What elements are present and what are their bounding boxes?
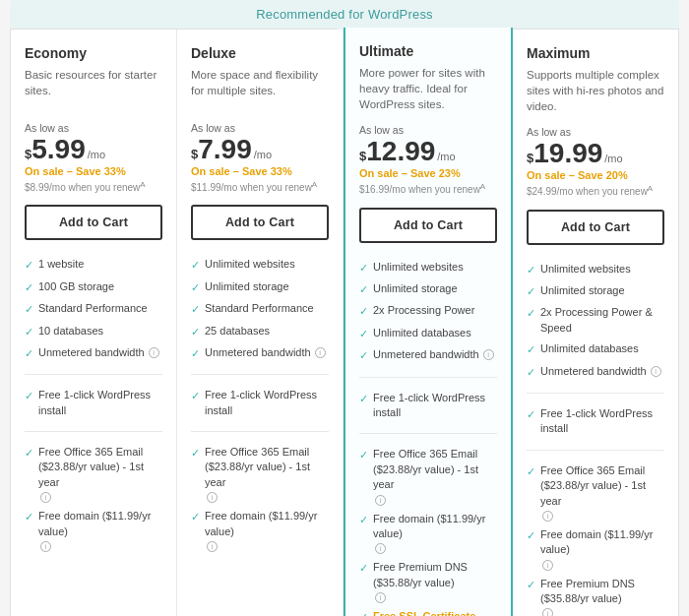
price-amount-maximum: 19.99 — [533, 140, 602, 167]
info-icon[interactable]: i — [315, 347, 326, 358]
check-icon: ✓ — [359, 561, 368, 576]
price-mo-economy: /mo — [88, 149, 105, 160]
info-icon[interactable]: i — [207, 492, 218, 503]
plan-description-deluxe: More space and flexibility for multiple … — [191, 67, 329, 110]
feature-text: Unlimited websites — [205, 257, 295, 272]
feature-text: Unmetered bandwidth — [540, 364, 647, 379]
info-icon[interactable]: i — [40, 492, 51, 503]
price-row-deluxe: $ 7.99 /mo — [191, 136, 329, 163]
bonus-feature-item: ✓ Free Premium DNS ($35.88/yr value) i — [527, 574, 664, 616]
check-icon: ✓ — [359, 513, 368, 527]
feature-text: 1 website — [38, 257, 84, 272]
add-to-cart-button-deluxe[interactable]: Add to Cart — [191, 205, 329, 240]
check-icon: ✓ — [191, 446, 200, 461]
feature-text: Unlimited websites — [540, 262, 631, 277]
price-label-economy: As low as — [25, 122, 162, 134]
info-icon[interactable]: i — [651, 366, 661, 377]
bonus-feature-item: ✓ Free domain ($11.99/yr value) i — [527, 524, 664, 574]
feature-divider — [527, 393, 664, 394]
price-dollar-maximum: $ — [527, 152, 533, 164]
info-icon[interactable]: i — [483, 349, 494, 360]
extra-feature-text: Free 1-click WordPress install — [205, 388, 329, 418]
bonus-feature-text: Free Premium DNS ($35.88/yr value) — [373, 560, 497, 590]
price-label-deluxe: As low as — [191, 122, 329, 134]
sale-badge-economy: On sale – Save 33% — [25, 165, 162, 177]
plan-name-maximum: Maximum — [527, 45, 664, 61]
bonus-feature-item: ✓ Free Office 365 Email ($23.88/yr value… — [25, 442, 162, 506]
plan-column-economy: Economy Basic resources for starter site… — [11, 30, 177, 616]
feature-text: 25 databases — [205, 324, 270, 339]
feature-text: Unmetered bandwidth — [38, 345, 145, 360]
bonus-features-list-ultimate: ✓ Free Office 365 Email ($23.88/yr value… — [359, 444, 497, 616]
feature-text: Unlimited storage — [540, 283, 625, 298]
info-icon[interactable]: i — [375, 592, 386, 603]
plan-description-economy: Basic resources for starter sites. — [25, 67, 162, 110]
info-icon[interactable]: i — [542, 608, 553, 616]
info-icon[interactable]: i — [375, 495, 386, 506]
bonus-feature-item: ✓ Free Office 365 Email ($23.88/yr value… — [191, 442, 329, 506]
feature-item: ✓ Standard Performance — [191, 298, 329, 320]
plan-column-maximum: Maximum Supports multiple complex sites … — [513, 30, 678, 616]
extra-feature-item: ✓ Free 1-click WordPress install — [527, 403, 664, 440]
extra-feature-text: Free 1-click WordPress install — [373, 391, 497, 421]
plan-column-ultimate: Ultimate More power for sites with heavy… — [344, 28, 513, 616]
price-amount-economy: 5.99 — [31, 136, 86, 163]
extra-feature-item: ✓ Free 1-click WordPress install — [25, 385, 162, 421]
check-icon: ✓ — [191, 258, 200, 273]
add-to-cart-button-maximum[interactable]: Add to Cart — [527, 210, 664, 245]
check-icon: ✓ — [359, 327, 368, 341]
feature-text: Unlimited storage — [373, 281, 458, 296]
feature-item: ✓ Standard Performance — [25, 298, 162, 320]
info-icon[interactable]: i — [207, 541, 218, 552]
add-to-cart-button-economy[interactable]: Add to Cart — [25, 205, 162, 240]
info-icon[interactable]: i — [542, 511, 553, 522]
extra-feature-text: Free 1-click WordPress install — [38, 388, 162, 418]
feature-text: Unlimited storage — [205, 279, 289, 294]
features-list-economy: ✓ 1 website ✓ 100 GB storage ✓ — [25, 254, 162, 364]
check-icon: ✓ — [25, 446, 33, 461]
plan-description-ultimate: More power for sites with heavy traffic.… — [359, 65, 497, 112]
add-to-cart-button-ultimate[interactable]: Add to Cart — [359, 208, 497, 243]
extra-features-list-maximum: ✓ Free 1-click WordPress install — [527, 403, 664, 440]
check-icon: ✓ — [359, 348, 368, 363]
feature-item: ✓ Unmetered bandwidth i — [359, 344, 497, 366]
check-icon: ✓ — [359, 304, 368, 319]
info-icon[interactable]: i — [542, 560, 553, 571]
feature-divider-2 — [191, 431, 329, 432]
info-icon[interactable]: i — [40, 541, 51, 552]
check-icon: ✓ — [359, 610, 368, 616]
price-row-ultimate: $ 12.99 /mo — [359, 138, 497, 165]
feature-text: Standard Performance — [205, 301, 314, 316]
check-icon: ✓ — [25, 325, 33, 339]
feature-divider — [25, 374, 162, 375]
feature-text: Standard Performance — [38, 301, 148, 316]
bonus-feature-text: Free domain ($11.99/yr value) — [540, 527, 664, 558]
check-icon: ✓ — [359, 261, 368, 276]
bonus-feature-item: ✓ Free domain ($11.99/yr value) i — [359, 509, 497, 558]
check-icon: ✓ — [191, 325, 200, 339]
info-icon[interactable]: i — [149, 347, 159, 358]
bonus-feature-item: ✓ Free Premium DNS ($35.88/yr value) i — [359, 557, 497, 606]
feature-item: ✓ Unlimited storage — [191, 277, 329, 298]
bonus-feature-item: ✓ Free domain ($11.99/yr value) i — [25, 506, 162, 555]
price-mo-maximum: /mo — [604, 153, 622, 164]
renew-price-ultimate: $16.99/mo when you renewA — [359, 182, 497, 195]
info-icon[interactable]: i — [375, 543, 386, 554]
price-label-maximum: As low as — [527, 126, 664, 138]
price-amount-ultimate: 12.99 — [366, 138, 435, 165]
feature-divider — [191, 374, 329, 375]
sale-badge-maximum: On sale – Save 20% — [527, 169, 664, 181]
feature-text: Unlimited databases — [540, 341, 639, 356]
check-icon: ✓ — [25, 258, 33, 273]
check-icon: ✓ — [25, 302, 33, 317]
price-mo-ultimate: /mo — [437, 151, 455, 162]
price-row-maximum: $ 19.99 /mo — [527, 140, 664, 167]
check-icon: ✓ — [25, 280, 33, 295]
check-icon: ✓ — [191, 346, 200, 361]
check-icon: ✓ — [359, 448, 368, 462]
check-icon: ✓ — [527, 306, 535, 321]
feature-item: ✓ 2x Processing Power & Speed — [527, 302, 664, 339]
check-icon: ✓ — [527, 464, 535, 479]
bonus-feature-text: Free domain ($11.99/yr value) — [38, 509, 162, 539]
feature-item: ✓ 10 databases — [25, 321, 162, 342]
